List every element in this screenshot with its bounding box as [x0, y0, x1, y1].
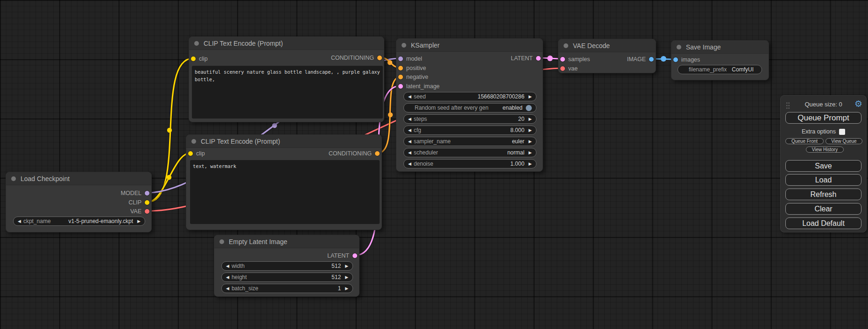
samples-input-dot[interactable] — [560, 57, 565, 62]
seed-widget[interactable]: ◀ seed 156680208700286 ▶ — [403, 92, 536, 101]
increment-arrow-icon[interactable]: ▶ — [529, 126, 532, 135]
node-title-bar[interactable]: KSampler — [396, 39, 543, 52]
decrement-arrow-icon[interactable]: ◀ — [408, 92, 411, 101]
vae-input-dot[interactable] — [560, 66, 565, 71]
sampler-name-widget[interactable]: ◀ sampler_name euler ▶ — [403, 137, 536, 146]
random-seed-toggle-widget[interactable]: Random seed after every gen enabled — [403, 103, 536, 112]
input-slot-latent-image: latent_image — [398, 83, 440, 90]
increment-arrow-icon[interactable]: ▶ — [137, 217, 141, 226]
cfg-widget[interactable]: ◀ cfg 8.000 ▶ — [403, 126, 536, 135]
collapse-dot-icon[interactable] — [219, 239, 224, 244]
node-ksampler[interactable]: KSampler model positive negative latent_… — [396, 38, 543, 172]
latent-output-dot[interactable] — [536, 56, 541, 61]
collapse-dot-icon[interactable] — [677, 45, 681, 49]
node-title-bar[interactable]: CLIP Text Encode (Prompt) — [189, 37, 384, 50]
latent-image-input-dot[interactable] — [398, 84, 403, 89]
increment-arrow-icon[interactable]: ▶ — [529, 114, 532, 124]
save-button[interactable]: Save — [785, 160, 861, 172]
increment-arrow-icon[interactable]: ▶ — [529, 148, 532, 157]
widget-value: 20 — [518, 116, 524, 122]
increment-arrow-icon[interactable]: ▶ — [345, 273, 348, 282]
queue-prompt-button[interactable]: Queue Prompt — [785, 112, 861, 124]
gear-icon[interactable]: ⚙ — [854, 99, 862, 108]
increment-arrow-icon[interactable]: ▶ — [345, 284, 348, 293]
prompt-textarea[interactable]: beautiful scenery nature glass bottle la… — [192, 66, 383, 119]
steps-widget[interactable]: ◀ steps 20 ▶ — [403, 114, 536, 124]
decrement-arrow-icon[interactable]: ◀ — [408, 148, 411, 157]
node-title-bar[interactable]: VAE Decode — [558, 39, 656, 52]
increment-arrow-icon[interactable]: ▶ — [529, 92, 532, 101]
input-slot-negative: negative — [398, 73, 428, 81]
load-button[interactable]: Load — [785, 174, 861, 186]
image-output-dot[interactable] — [649, 57, 654, 62]
increment-arrow-icon[interactable]: ▶ — [529, 159, 532, 168]
images-input-dot[interactable] — [673, 57, 678, 62]
view-history-button[interactable]: View History — [806, 147, 844, 153]
increment-arrow-icon[interactable]: ▶ — [529, 137, 532, 146]
decrement-arrow-icon[interactable]: ◀ — [408, 159, 411, 168]
collapse-dot-icon[interactable] — [191, 139, 196, 144]
decrement-arrow-icon[interactable]: ◀ — [226, 261, 229, 271]
widget-name: steps — [414, 116, 427, 122]
scheduler-widget[interactable]: ◀ scheduler normal ▶ — [403, 148, 536, 157]
extra-options-checkbox[interactable] — [839, 129, 845, 135]
refresh-button[interactable]: Refresh — [785, 189, 861, 200]
model-input-dot[interactable] — [398, 56, 403, 61]
slot-label: LATENT — [511, 55, 533, 62]
node-title-bar[interactable]: Load Checkpoint — [6, 172, 151, 185]
decrement-arrow-icon[interactable]: ◀ — [408, 137, 411, 146]
view-queue-button[interactable]: View Queue — [826, 138, 862, 144]
negative-input-dot[interactable] — [398, 75, 403, 79]
latent-output-dot[interactable] — [353, 253, 357, 258]
node-graph-canvas[interactable]: CLIP Text Encode (Prompt) clip CONDITION… — [0, 0, 868, 329]
positive-input-dot[interactable] — [398, 66, 403, 70]
widget-name: batch_size — [232, 285, 258, 292]
decrement-arrow-icon[interactable]: ◀ — [18, 217, 21, 226]
decrement-arrow-icon[interactable]: ◀ — [408, 126, 411, 135]
batch-size-widget[interactable]: ◀ batch_size 1 ▶ — [221, 284, 353, 293]
denoise-widget[interactable]: ◀ denoise 1.000 ▶ — [403, 159, 536, 168]
clip-output-dot[interactable] — [145, 200, 149, 205]
increment-arrow-icon[interactable]: ▶ — [345, 261, 348, 271]
conditioning-output-dot[interactable] — [375, 151, 380, 156]
node-title-bar[interactable]: Save Image — [671, 41, 769, 54]
node-load-checkpoint[interactable]: Load Checkpoint MODEL CLIP VAE ◀ ckpt_na… — [6, 172, 152, 232]
slot-label: CONDITIONING — [331, 55, 374, 61]
width-widget[interactable]: ◀ width 512 ▶ — [221, 261, 353, 271]
slot-label: positive — [406, 65, 426, 71]
node-clip-text-encode-negative[interactable]: CLIP Text Encode (Prompt) clip CONDITION… — [186, 134, 382, 230]
decrement-arrow-icon[interactable]: ◀ — [226, 284, 229, 293]
node-title-bar[interactable]: Empty Latent Image — [214, 235, 359, 248]
collapse-dot-icon[interactable] — [11, 176, 16, 181]
clear-button[interactable]: Clear — [785, 203, 861, 215]
conditioning-output-dot[interactable] — [377, 56, 382, 60]
collapse-dot-icon[interactable] — [564, 43, 568, 48]
input-slot-positive: positive — [398, 64, 426, 72]
output-slot-vae: VAE — [130, 208, 149, 215]
node-clip-text-encode-positive[interactable]: CLIP Text Encode (Prompt) clip CONDITION… — [189, 36, 384, 122]
model-output-dot[interactable] — [145, 191, 149, 196]
decrement-arrow-icon[interactable]: ◀ — [226, 273, 229, 282]
collapse-dot-icon[interactable] — [194, 41, 199, 46]
prompt-textarea[interactable]: text, watermark — [190, 160, 380, 224]
vae-output-dot[interactable] — [145, 209, 149, 214]
extra-options-label: Extra options — [802, 128, 836, 135]
load-default-button[interactable]: Load Default — [785, 217, 861, 229]
clip-input-dot[interactable] — [191, 56, 196, 61]
filename-prefix-widget[interactable]: filename_prefix ComfyUI — [677, 65, 762, 74]
output-slot-conditioning: CONDITIONING — [329, 150, 380, 157]
height-widget[interactable]: ◀ height 512 ▶ — [221, 273, 353, 282]
clip-input-dot[interactable] — [188, 151, 193, 156]
decrement-arrow-icon[interactable]: ◀ — [408, 114, 411, 124]
node-vae-decode[interactable]: VAE Decode samples vae IMAGE — [558, 39, 656, 73]
queue-front-button[interactable]: Queue Front — [785, 138, 824, 144]
ckpt-name-widget[interactable]: ◀ ckpt_name v1-5-pruned-emaonly.ckpt ▶ — [13, 217, 145, 226]
toggle-enabled-icon[interactable] — [526, 105, 532, 111]
collapse-dot-icon[interactable] — [402, 43, 406, 48]
node-empty-latent-image[interactable]: Empty Latent Image LATENT ◀ width 512 ▶ … — [214, 235, 360, 297]
node-save-image[interactable]: Save Image images filename_prefix ComfyU… — [671, 40, 769, 80]
slot-label: VAE — [130, 208, 141, 215]
queue-size-label: Queue size: 0 — [781, 101, 866, 108]
node-title-bar[interactable]: CLIP Text Encode (Prompt) — [186, 135, 381, 148]
widget-value: 1.000 — [510, 161, 524, 167]
